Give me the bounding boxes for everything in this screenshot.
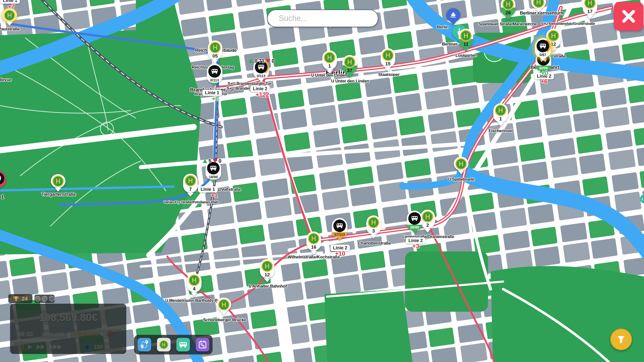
map-label: straße — [553, 54, 566, 59]
map-label: S+U Alexanderplatz/Grunerstraße — [541, 22, 595, 26]
bus-stop-pin[interactable]: H7 — [183, 174, 198, 197]
bus-stop-pin[interactable]: H — [217, 298, 231, 315]
bus-stop-icon: H — [261, 260, 273, 272]
stop-pin-body: H — [454, 157, 468, 170]
stop-pin-tip — [463, 48, 469, 52]
achievements-panel[interactable] — [34, 295, 55, 303]
bus-stop-pin[interactable]: H — [2, 8, 17, 26]
bus-stop-pin[interactable]: H2 — [420, 210, 435, 233]
close-button[interactable] — [614, 2, 643, 31]
bus-stop-icon: H — [368, 217, 379, 228]
stop-number: 11 — [463, 41, 468, 47]
bus-stop-pin[interactable]: H — [51, 174, 65, 192]
bus-marker[interactable]: 57/113 — [332, 218, 347, 241]
bus-stop-icon: H — [344, 56, 355, 68]
bus-stop-icon: H — [502, 0, 514, 10]
stop-number: 12 — [264, 272, 270, 278]
line-badge[interactable]: Linie 1 — [198, 186, 217, 193]
bus-stop-pin[interactable]: H — [531, 0, 546, 13]
stop-pin-tip — [505, 16, 511, 20]
map-label: Wilhelmstraße/Kochstraße — [288, 255, 340, 260]
bus-stop-pin[interactable]: H1 — [493, 103, 508, 126]
delay-value: +0 — [212, 95, 219, 102]
delay-value: +10 — [335, 250, 345, 257]
routes-button[interactable] — [138, 338, 151, 351]
bus-stop-pin[interactable]: H4 — [187, 273, 202, 296]
filter-button[interactable] — [610, 329, 632, 350]
stop-pin-body: H05 — [208, 40, 222, 60]
bus-stop-pin[interactable]: H16 — [306, 232, 321, 254]
bus-marker[interactable] — [0, 171, 6, 190]
bus-stop-icon: H — [455, 158, 467, 170]
poi-pin[interactable] — [446, 8, 460, 25]
bus-stop-icon: H — [4, 10, 15, 21]
delay-value: +122 — [256, 91, 269, 98]
stops-button[interactable]: H — [157, 338, 171, 351]
alighting-down-icon — [266, 59, 270, 63]
bus-stop-pin[interactable]: H — [454, 157, 468, 174]
bus-stop-pin[interactable]: H1 — [322, 51, 337, 73]
bus-stop-pin[interactable]: H17 — [583, 0, 597, 19]
map-label: Paulstraße — [0, 27, 20, 32]
stop-pin-tip — [458, 170, 464, 174]
bus-marker-body: 26/99 — [407, 211, 422, 230]
bus-icon — [0, 172, 4, 185]
bus-stop-icon: H — [52, 175, 64, 187]
achievement-icon — [49, 296, 55, 302]
delay-value: +3 — [412, 243, 419, 250]
line-badge[interactable]: Linie 2 — [250, 86, 270, 92]
bus-stop-icon: H — [185, 175, 196, 187]
search-input[interactable] — [278, 14, 372, 23]
bus-marker-tip — [212, 83, 218, 86]
boarding-up-icon — [249, 59, 253, 63]
bus-icon-wrap — [208, 65, 221, 78]
bus-marker[interactable]: 26/99 — [407, 211, 422, 233]
bus-stop-icon: H — [324, 52, 335, 63]
delay-value: +1 — [211, 192, 218, 199]
stop-number: 05 — [212, 53, 218, 59]
map-label: S+U Brandenburger Tor — [228, 81, 271, 86]
stop-pin-body: H — [2, 8, 17, 22]
stop-number: 1 — [499, 116, 502, 122]
bus-stop-pin[interactable]: H05 — [208, 40, 222, 63]
bus-icon-wrap — [408, 212, 421, 225]
bus-marker-body: 0/113 — [207, 64, 222, 83]
bus-stop-pin[interactable]: H37 — [342, 55, 357, 78]
bus-stop-pin[interactable]: H15 — [381, 48, 395, 71]
bus-stop-pin[interactable]: H26 — [501, 0, 515, 20]
map-label: U Unter den Linden — [311, 73, 347, 78]
stop-pin-tip — [550, 48, 557, 52]
stop-number: 1 — [328, 63, 331, 69]
stop-pin-body: H26 — [501, 0, 515, 16]
bus-marker[interactable]: 0/87 — [535, 38, 551, 61]
bus-marker[interactable]: 0/113 — [207, 64, 222, 86]
stop-pin-tip — [535, 9, 542, 13]
map-label: Bellevue — [0, 77, 12, 82]
bus-icon — [408, 212, 421, 225]
trophy-panel[interactable]: 24 — [8, 294, 32, 303]
bus-stop-icon: H — [218, 299, 230, 310]
passenger-count: 0/113 — [207, 78, 222, 83]
stop-pin-tip — [497, 122, 504, 126]
schedule-button[interactable] — [196, 338, 209, 351]
delay-value: +7 — [8, 3, 15, 10]
map-label: Staatsoper — [378, 72, 400, 77]
stop-pin-tip — [326, 70, 333, 73]
map-label: U Mendelssohn-Bartholdy-Park — [165, 298, 223, 303]
map-label: Berlin — [437, 25, 449, 30]
bus-stop-pin[interactable]: H12 — [260, 259, 274, 282]
stop-number: 4 — [193, 286, 196, 292]
buses-button[interactable] — [176, 338, 190, 351]
bus-stop-pin[interactable]: H11 — [459, 29, 473, 52]
bus-marker-tip — [258, 78, 264, 82]
bus-stop-pin[interactable]: H3 — [366, 215, 381, 238]
passenger-count: 57/113 — [332, 232, 347, 237]
bus-icon-wrap — [537, 40, 549, 52]
bus-marker-tip — [0, 187, 1, 190]
stop-pin-body: H4 — [187, 273, 202, 292]
line-badge[interactable]: Linie 1 — [202, 90, 222, 96]
map-label: Varian-Fry-Straße/Potsdamer Platz — [164, 200, 219, 204]
stop-pin-tip — [424, 229, 431, 233]
stop-pin-body: H2 — [420, 210, 435, 229]
bus-stop-icon: H — [308, 233, 319, 244]
